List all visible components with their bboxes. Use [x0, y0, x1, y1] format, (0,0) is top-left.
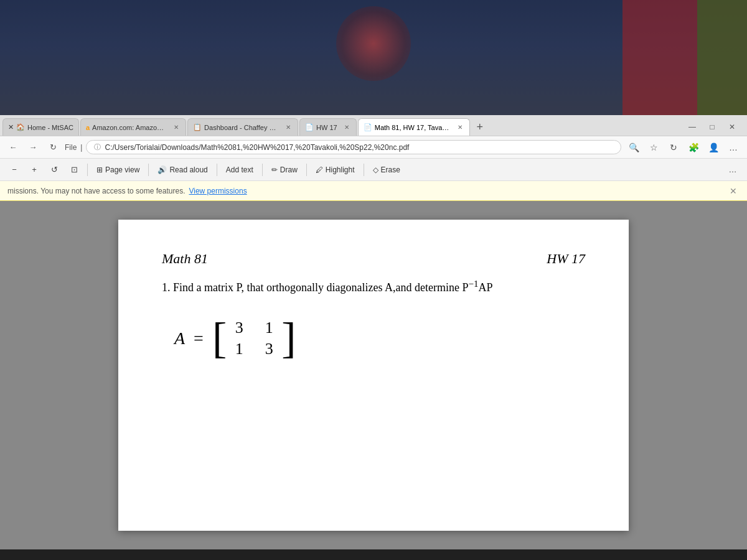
toolbar-separator-4	[262, 164, 263, 176]
tab-hw17-label: HW 17	[316, 124, 337, 131]
highlight-button[interactable]: 🖊 Highlight	[312, 164, 359, 176]
browser-chrome: ✕ 🏠 Home - MtSAC a Amazon.com: Amazon Pr…	[0, 115, 747, 201]
tab-amazon-icon: a	[86, 124, 90, 131]
tab-math81-close[interactable]: ✕	[456, 123, 464, 131]
permissions-message: missions. You may not have access to som…	[7, 187, 185, 195]
tab-math81[interactable]: 📄 Math 81, HW 17, Tavakoli, Sp... ✕	[358, 118, 470, 136]
tab-math81-label: Math 81, HW 17, Tavakoli, Sp...	[375, 124, 451, 131]
hw-label: HW 17	[547, 251, 585, 266]
tab-hw17-close[interactable]: ✕	[342, 123, 351, 131]
view-permissions-link[interactable]: View permissions	[189, 187, 247, 195]
matrix-display: [ 3 1 1 3 ]	[212, 315, 296, 362]
url-text: C:/Users/Torialai/Downloads/Math%2081,%2…	[105, 143, 409, 152]
star-icon[interactable]: ☆	[645, 139, 662, 156]
tab-home-label: Home - MtSAC	[27, 124, 73, 131]
tab-home[interactable]: ✕ 🏠 Home - MtSAC	[2, 118, 79, 136]
matrix-grid: 3 1 1 3	[227, 315, 281, 362]
erase-button[interactable]: ◇ Erase	[369, 164, 404, 176]
tab-home-icon: 🏠	[16, 123, 25, 131]
highlight-icon: 🖊	[316, 166, 323, 174]
draw-icon: ✏	[271, 166, 278, 174]
tab-hw17[interactable]: 📄 HW 17 ✕	[299, 118, 357, 136]
pdf-page: Math 81 HW 17 1. Find a matrix P, that o…	[118, 220, 629, 531]
math-title: Math 81	[162, 251, 208, 267]
refresh-icon-right[interactable]: ↻	[665, 139, 682, 156]
window-controls: — □ ✕	[680, 118, 745, 136]
tab-dashboard-close[interactable]: ✕	[284, 123, 293, 131]
url-bar[interactable]: ⓘ C:/Users/Torialai/Downloads/Math%2081,…	[86, 140, 621, 154]
left-bracket: [	[212, 317, 227, 360]
zoom-in-button[interactable]: +	[26, 162, 42, 178]
tab-dashboard-icon: 📋	[193, 123, 202, 131]
toolbar-separator-6	[364, 164, 364, 176]
matrix-equation: A = [ 3 1 1 3 ]	[174, 315, 585, 362]
tab-amazon[interactable]: a Amazon.com: Amazon Prime ✕	[80, 118, 186, 136]
read-aloud-icon: 🔊	[157, 166, 167, 174]
undo-button[interactable]: ↺	[46, 162, 62, 178]
new-tab-button[interactable]: +	[471, 118, 489, 136]
toolbar-more-button[interactable]: …	[725, 162, 741, 178]
problem-body: Find a matrix P, that orthogonally diago…	[173, 281, 492, 294]
draw-button[interactable]: ✏ Draw	[268, 164, 301, 176]
pdf-toolbar: − + ↺ ⊡ ⊞ Page view 🔊 Read aloud Add tex…	[0, 159, 747, 181]
url-info-icon: ⓘ	[94, 142, 101, 152]
highlight-label: Highlight	[326, 166, 355, 174]
tab-amazon-close[interactable]: ✕	[172, 123, 181, 131]
address-separator: |	[80, 143, 82, 152]
erase-label: Erase	[381, 166, 400, 174]
permissions-bar: missions. You may not have access to som…	[0, 181, 747, 201]
address-bar: ← → ↻ File | ⓘ C:/Users/Torialai/Downloa…	[0, 136, 747, 159]
maximize-button[interactable]: □	[703, 118, 721, 136]
banner-flag-green	[697, 0, 747, 115]
matrix-variable-label: A	[174, 329, 185, 348]
settings-icon[interactable]: …	[725, 139, 742, 156]
extensions-icon[interactable]: 🧩	[685, 139, 702, 156]
problem-text: 1. Find a matrix P, that orthogonally di…	[162, 277, 585, 296]
hw-title: HW 17	[547, 251, 585, 267]
browser-right-icons: 🔍 ☆ ↻ 🧩 👤 …	[625, 139, 742, 156]
search-icon[interactable]: 🔍	[625, 139, 642, 156]
page-view-label: Page view	[105, 166, 139, 174]
toolbar-separator-2	[148, 164, 149, 176]
matrix-cell-10: 1	[233, 340, 245, 358]
draw-label: Draw	[280, 166, 298, 174]
matrix-cell-01: 1	[263, 319, 275, 337]
minimize-button[interactable]: —	[684, 118, 701, 136]
read-aloud-button[interactable]: 🔊 Read aloud	[154, 164, 211, 176]
forward-button[interactable]: →	[25, 139, 41, 156]
math-header: Math 81 HW 17	[162, 251, 585, 267]
matrix-cell-11: 3	[263, 340, 275, 358]
banner-emblem	[336, 6, 411, 81]
read-aloud-label: Read aloud	[169, 166, 207, 174]
tab-bar: ✕ 🏠 Home - MtSAC a Amazon.com: Amazon Pr…	[0, 115, 747, 136]
toolbar-separator-5	[306, 164, 307, 176]
close-icon: ✕	[8, 123, 14, 131]
page-view-icon: ⊞	[96, 166, 103, 174]
refresh-button[interactable]: ↻	[45, 139, 61, 156]
pdf-content-area: Math 81 HW 17 1. Find a matrix P, that o…	[0, 201, 747, 549]
profile-icon[interactable]: 👤	[705, 139, 722, 156]
erase-icon: ◇	[373, 166, 378, 174]
add-text-label: Add text	[226, 166, 253, 174]
tab-math81-icon: 📄	[364, 123, 372, 131]
tab-dashboard-label: Dashboard - Chaffey College	[204, 124, 279, 131]
matrix-cell-00: 3	[233, 319, 245, 337]
zoom-out-button[interactable]: −	[6, 162, 22, 178]
tab-dashboard[interactable]: 📋 Dashboard - Chaffey College ✕	[187, 118, 298, 136]
close-button[interactable]: ✕	[723, 118, 741, 136]
add-text-button[interactable]: Add text	[222, 164, 257, 176]
tab-amazon-label: Amazon.com: Amazon Prime	[92, 124, 167, 131]
tab-hw17-icon: 📄	[305, 123, 314, 131]
page-view-button[interactable]: ⊞ Page view	[93, 164, 143, 176]
right-bracket: ]	[281, 317, 296, 360]
fit-button[interactable]: ⊡	[66, 162, 82, 178]
permissions-close-button[interactable]: ✕	[727, 185, 740, 197]
toolbar-separator-1	[87, 164, 88, 176]
file-label: File	[65, 143, 77, 152]
back-button[interactable]: ←	[5, 139, 21, 156]
matrix-equals-sign: =	[194, 329, 204, 348]
toolbar-separator-3	[217, 164, 217, 176]
top-banner	[0, 0, 747, 115]
problem-number: 1.	[162, 281, 173, 294]
